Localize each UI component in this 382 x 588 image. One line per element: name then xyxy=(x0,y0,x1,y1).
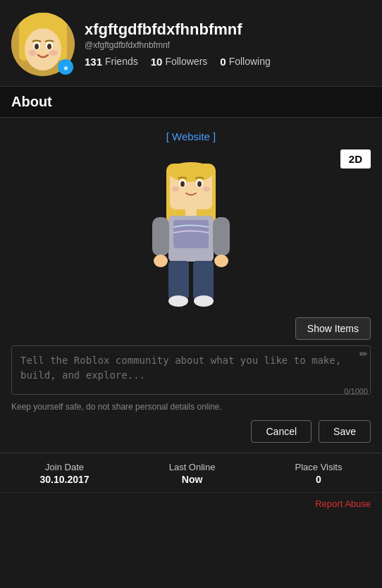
svg-point-26 xyxy=(154,255,168,267)
username: xfgftgdfbfdxfhnbfmnf xyxy=(85,21,371,38)
stats-row: 131 Friends 10 Followers 0 Following xyxy=(85,56,371,68)
website-link-row: [ Website ] xyxy=(0,118,382,149)
svg-point-27 xyxy=(214,255,228,267)
svg-point-17 xyxy=(180,181,185,187)
svg-rect-21 xyxy=(185,208,197,216)
svg-rect-29 xyxy=(193,261,214,300)
place-visits-block: Place Visits 0 xyxy=(295,462,343,485)
svg-point-14 xyxy=(168,162,214,182)
about-textarea-section: ✏ 0/1000 xyxy=(0,340,382,398)
following-label: Following xyxy=(229,56,271,67)
last-online-block: Last Online Now xyxy=(169,462,216,485)
action-buttons: Cancel Save xyxy=(0,413,382,453)
friends-count: 131 xyxy=(85,56,102,68)
2d-toggle-button[interactable]: 2D xyxy=(340,149,371,169)
svg-point-30 xyxy=(168,295,188,307)
place-visits-label: Place Visits xyxy=(295,462,343,472)
followers-label: Followers xyxy=(165,56,207,67)
svg-point-19 xyxy=(172,187,179,192)
following-count: 0 xyxy=(220,56,226,68)
svg-point-4 xyxy=(25,28,61,71)
svg-point-18 xyxy=(197,181,202,187)
friends-stat: 131 Friends xyxy=(85,56,138,68)
user-handle: @xfgftgdfbfdxfhnbfmnf xyxy=(85,40,371,50)
svg-point-7 xyxy=(35,44,39,49)
avatar-3d-area: 2D Show Items xyxy=(0,149,382,340)
svg-point-31 xyxy=(194,295,214,307)
cancel-button[interactable]: Cancel xyxy=(251,420,312,443)
join-date-value: 30.10.2017 xyxy=(40,474,90,485)
char-count: 0/1000 xyxy=(344,387,368,396)
svg-point-10 xyxy=(49,50,58,56)
friends-label: Friends xyxy=(105,56,138,67)
svg-rect-24 xyxy=(152,217,169,256)
last-online-label: Last Online xyxy=(169,462,216,472)
show-items-button[interactable]: Show Items xyxy=(295,317,371,340)
svg-point-9 xyxy=(28,50,37,56)
about-textarea[interactable] xyxy=(11,345,371,395)
last-online-value: Now xyxy=(169,474,216,485)
following-stat: 0 Following xyxy=(220,56,270,68)
svg-rect-25 xyxy=(213,217,230,256)
svg-rect-28 xyxy=(168,261,189,300)
main-content: [ Website ] xyxy=(0,118,382,516)
report-row: Report Abuse xyxy=(0,492,382,516)
svg-rect-23 xyxy=(173,220,209,248)
verified-badge: ★ xyxy=(58,59,73,75)
svg-point-20 xyxy=(203,187,210,192)
join-date-label: Join Date xyxy=(40,462,90,472)
profile-info: xfgftgdfbfdxfhnbfmnf @xfgftgdfbfdxfhnbfm… xyxy=(85,21,371,67)
about-section-label: About xyxy=(0,86,382,118)
avatar-3d-model xyxy=(128,157,254,319)
footer-stats: Join Date 30.10.2017 Last Online Now Pla… xyxy=(0,453,382,492)
followers-count: 10 xyxy=(151,56,163,68)
avatar-container: ★ xyxy=(11,13,75,76)
place-visits-value: 0 xyxy=(295,474,343,485)
svg-point-8 xyxy=(47,44,51,49)
report-abuse-link[interactable]: Report Abuse xyxy=(315,498,371,509)
followers-stat: 10 Followers xyxy=(151,56,208,68)
safety-notice: Keep yourself safe, do not share persona… xyxy=(0,398,382,413)
website-link[interactable]: [ Website ] xyxy=(166,130,216,142)
save-button[interactable]: Save xyxy=(319,420,371,443)
edit-icon: ✏ xyxy=(359,348,368,360)
profile-header: ★ xfgftgdfbfdxfhnbfmnf @xfgftgdfbfdxfhnb… xyxy=(0,0,382,86)
character-svg xyxy=(128,157,254,319)
join-date-block: Join Date 30.10.2017 xyxy=(40,462,90,485)
svg-text:★: ★ xyxy=(63,64,69,72)
